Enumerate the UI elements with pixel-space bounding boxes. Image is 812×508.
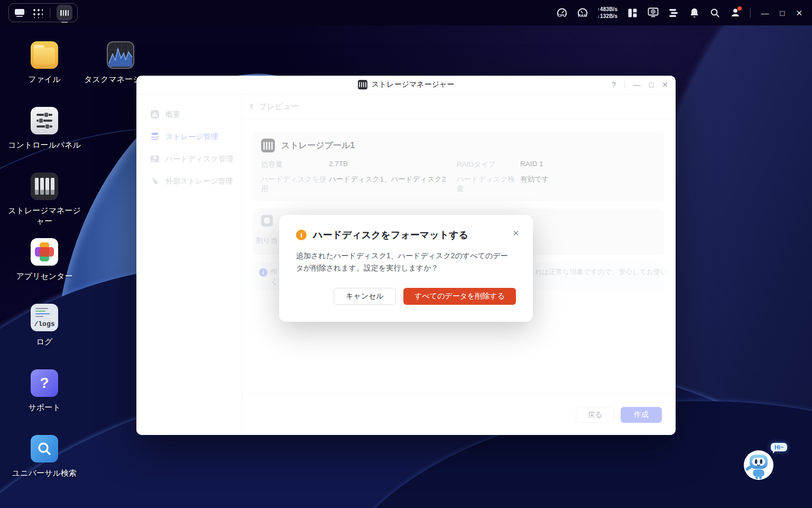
cpu-label: CPU <box>558 14 566 18</box>
topbar: CPU RAM ↑483B/s ↓132B/s — □ <box>0 0 812 25</box>
upload-speed: ↑483B/s <box>597 6 618 12</box>
desktop-icon-support[interactable]: ? サポート <box>7 369 81 413</box>
desktop-icon-label: コントロールパネル <box>7 140 81 150</box>
task-manager-chart-icon <box>107 41 134 69</box>
desktop-icon-label: アプリセンター <box>7 271 81 282</box>
notifications-bell-icon[interactable] <box>688 7 700 19</box>
download-speed: ↓132B/s <box>597 13 618 19</box>
control-panel-sliders-icon <box>31 107 58 134</box>
ram-label: RAM <box>578 14 587 18</box>
taskbar-storage-manager-icon[interactable] <box>57 5 72 21</box>
mascot-speech-bubble: Hi~ <box>771 443 787 451</box>
dialog-title: ハードディスクをフォーマットする <box>313 229 468 241</box>
remote-display-icon[interactable] <box>647 7 659 19</box>
desktop-maximize-button[interactable]: □ <box>779 9 786 17</box>
network-speed[interactable]: ↑483B/s ↓132B/s <box>597 6 618 19</box>
desktop-icon-app-center[interactable]: アプリセンター <box>7 238 81 282</box>
notification-badge <box>737 6 742 11</box>
logs-icon: /logs <box>31 304 58 331</box>
cpu-gauge-icon[interactable]: CPU <box>556 8 568 18</box>
nas-icon <box>59 7 70 18</box>
dialog-close-icon[interactable]: ✕ <box>512 229 519 237</box>
universal-search-magnifier-icon <box>31 435 58 462</box>
warning-info-icon: i <box>296 230 307 240</box>
user-account-icon[interactable] <box>730 7 741 19</box>
app-grid-icon[interactable] <box>32 7 43 19</box>
desktop-icon-label: ストレージマネージャー <box>7 205 81 227</box>
support-question-icon: ? <box>31 369 58 397</box>
window-title: ストレージマネージャー <box>372 80 455 89</box>
desktop-icon-logs[interactable]: /logs ログ <box>7 304 81 347</box>
desktop-icon-label: ユニバーサル検索 <box>7 468 81 478</box>
widgets-icon[interactable] <box>626 7 638 19</box>
desktop-icon-label: ログ <box>7 337 81 347</box>
desktop-icon-storage-manager[interactable]: ストレージマネージャー <box>7 173 81 227</box>
format-confirm-dialog: i ハードディスクをフォーマットする ✕ 追加されたハードディスク1、ハードディ… <box>279 215 533 322</box>
window-minimize-button[interactable]: — <box>633 81 641 88</box>
window-help-button[interactable]: ? <box>612 81 616 88</box>
desktop-icon-universal-search[interactable]: ユニバーサル検索 <box>7 435 81 478</box>
window-titlebar[interactable]: ストレージマネージャー ? — □ ✕ <box>136 76 676 94</box>
desktop-icon-files[interactable]: ファイル <box>7 41 81 85</box>
taskbar-separator <box>50 8 50 17</box>
desktop-icon-label: サポート <box>7 402 81 413</box>
search-icon[interactable] <box>709 7 721 19</box>
files-folder-icon <box>31 41 58 69</box>
app-center-icon <box>31 238 58 266</box>
desktop-close-button[interactable]: ✕ <box>795 9 804 17</box>
storage-manager-nas-icon <box>31 173 58 200</box>
topbar-separator <box>750 8 751 17</box>
ram-gauge-icon[interactable]: RAM <box>577 8 588 18</box>
dialog-message: 追加されたハードディスク1、ハードディスク2のすべてのデータが削除されます。設定… <box>296 250 514 274</box>
desktop-icon[interactable] <box>14 7 25 19</box>
cancel-button[interactable]: キャンセル <box>334 288 396 305</box>
assistant-mascot[interactable]: Hi~ <box>741 446 799 488</box>
taskbar-app-group <box>8 3 78 22</box>
titlebar-separator <box>624 81 625 88</box>
window-title-icon <box>358 80 367 89</box>
desktop-minimize-button[interactable]: — <box>760 9 770 17</box>
storage-devices-icon[interactable] <box>668 7 679 19</box>
window-close-button[interactable]: ✕ <box>662 81 668 88</box>
delete-all-data-button[interactable]: すべてのデータを削除する <box>403 288 516 305</box>
window-maximize-button[interactable]: □ <box>649 81 653 88</box>
desktop-icon-control-panel[interactable]: コントロールパネル <box>7 107 81 150</box>
logs-icon-text: /logs <box>31 320 58 328</box>
desktop-icon-label: ファイル <box>7 74 81 85</box>
